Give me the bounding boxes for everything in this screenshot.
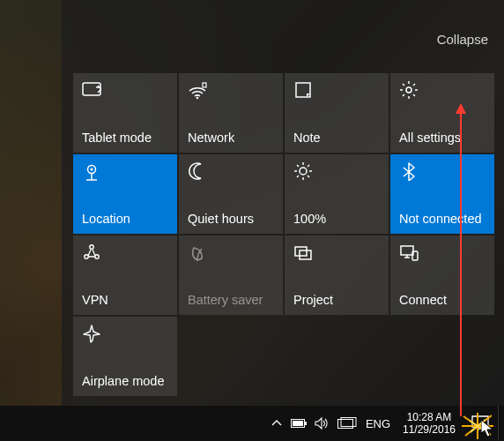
language-indicator[interactable]: ENG	[360, 406, 396, 441]
airplane-icon	[82, 324, 101, 343]
note-icon	[293, 80, 313, 100]
input-indicator-icon[interactable]	[334, 406, 360, 441]
tile-label: Network	[188, 131, 234, 145]
system-tray: ENG 10:28 AM 11/29/2016	[265, 406, 504, 441]
leaf-icon	[188, 243, 207, 262]
clock-time: 10:28 AM	[407, 411, 452, 423]
tile-network[interactable]: Network	[179, 73, 283, 153]
tile-label: Location	[82, 212, 130, 226]
tile-label: Not connected	[399, 212, 482, 226]
sun-icon	[293, 161, 313, 181]
tile-label: 100%	[293, 212, 326, 226]
tile-project[interactable]: Project	[285, 235, 389, 315]
tile-label: Note	[293, 131, 321, 145]
svg-rect-1	[305, 422, 307, 425]
tile-label: Airplane mode	[82, 374, 165, 388]
tile-note[interactable]: Note	[285, 73, 389, 153]
volume-icon[interactable]	[311, 406, 334, 441]
taskbar: ENG 10:28 AM 11/29/2016	[0, 406, 504, 441]
clock[interactable]: 10:28 AM 11/29/2016	[396, 406, 463, 441]
tile-vpn[interactable]: VPN	[73, 235, 177, 315]
tile-label: Project	[293, 293, 333, 307]
tray-overflow-button[interactable]	[265, 406, 288, 441]
project-icon	[293, 243, 313, 262]
tablet-icon	[82, 80, 101, 100]
clock-date: 11/29/2016	[403, 423, 456, 436]
svg-rect-2	[293, 421, 303, 426]
tile-label: Tablet mode	[82, 131, 152, 145]
tile-label: Connect	[399, 293, 447, 307]
connect-icon	[399, 243, 419, 262]
tile-brightness[interactable]: 100%	[285, 154, 389, 234]
collapse-button[interactable]: Collapse	[437, 32, 488, 47]
moon-icon	[188, 161, 207, 181]
action-center-button[interactable]	[463, 406, 498, 441]
tile-location[interactable]: Location	[73, 154, 177, 234]
tile-label: Quiet hours	[188, 212, 254, 226]
battery-icon[interactable]	[288, 406, 311, 441]
wifi-icon	[188, 80, 207, 100]
tile-label: VPN	[82, 293, 108, 307]
gear-icon	[399, 80, 419, 100]
bluetooth-icon	[399, 161, 419, 181]
tile-label: All settings	[399, 131, 461, 145]
tile-all-settings[interactable]: All settings	[390, 73, 494, 153]
location-icon	[82, 161, 101, 181]
action-center-panel: Collapse Tablet modeNetworkNoteAll setti…	[62, 0, 504, 406]
tile-label: Battery saver	[188, 293, 263, 307]
tile-airplane-mode[interactable]: Airplane mode	[73, 317, 177, 396]
show-desktop-button[interactable]	[498, 406, 504, 441]
tile-battery-saver[interactable]: Battery saver	[179, 235, 283, 315]
quick-actions-grid: Tablet modeNetworkNoteAll settingsLocati…	[72, 72, 495, 397]
tile-tablet-mode[interactable]: Tablet mode	[73, 73, 177, 153]
tile-connect[interactable]: Connect	[390, 235, 494, 315]
tile-quiet-hours[interactable]: Quiet hours	[179, 154, 283, 234]
vpn-icon	[82, 243, 101, 262]
tile-bluetooth[interactable]: Not connected	[390, 154, 494, 234]
